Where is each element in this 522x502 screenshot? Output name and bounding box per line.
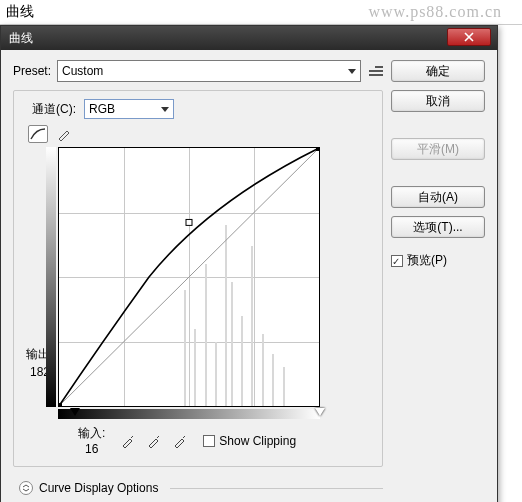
chevron-expand-icon: [22, 484, 30, 492]
output-gradient: [46, 147, 56, 407]
gray-eyedropper[interactable]: [145, 432, 163, 450]
eyedropper-icon: [172, 433, 188, 449]
preset-value: Custom: [62, 64, 103, 78]
dialog-title: 曲线: [5, 30, 33, 47]
svg-line-0: [59, 148, 319, 406]
preset-select[interactable]: Custom: [57, 60, 361, 82]
divider: [170, 488, 383, 489]
ok-button[interactable]: 确定: [391, 60, 485, 82]
chevron-down-icon: [161, 107, 169, 112]
preset-menu-icon[interactable]: [367, 66, 383, 76]
show-clipping-label: Show Clipping: [219, 434, 296, 448]
svg-rect-3: [316, 148, 319, 151]
channel-select[interactable]: RGB: [84, 99, 174, 119]
channel-label: 通道(C):: [32, 101, 76, 118]
close-button[interactable]: [447, 28, 491, 46]
eyedropper-icon: [120, 433, 136, 449]
display-options-label: Curve Display Options: [39, 481, 158, 495]
watermark: www.ps88.com.cn: [369, 3, 503, 21]
pencil-icon: [57, 127, 71, 141]
preview-label: 预览(P): [407, 252, 447, 269]
white-eyedropper[interactable]: [171, 432, 189, 450]
expand-button[interactable]: [19, 481, 33, 495]
input-label: 输入:: [78, 425, 105, 442]
options-button[interactable]: 选项(T)...: [391, 216, 485, 238]
channel-value: RGB: [89, 102, 115, 116]
titlebar[interactable]: 曲线: [1, 26, 497, 50]
black-point-slider[interactable]: [70, 408, 80, 416]
white-point-slider[interactable]: [315, 408, 325, 416]
auto-button[interactable]: 自动(A): [391, 186, 485, 208]
curve-plot: [59, 148, 319, 406]
input-gradient: [58, 409, 320, 419]
preset-label: Preset:: [13, 64, 51, 78]
cancel-button[interactable]: 取消: [391, 90, 485, 112]
curve-grid[interactable]: [58, 147, 320, 407]
show-clipping-checkbox[interactable]: [203, 435, 215, 447]
curve-icon: [30, 127, 46, 141]
preview-checkbox[interactable]: [391, 255, 403, 267]
black-eyedropper[interactable]: [119, 432, 137, 450]
svg-rect-1: [186, 219, 192, 225]
smooth-button: 平滑(M): [391, 138, 485, 160]
eyedropper-icon: [146, 433, 162, 449]
input-value: 16: [78, 442, 105, 456]
close-icon: [464, 32, 474, 42]
svg-rect-2: [59, 403, 62, 406]
curves-dialog: 曲线 Preset: Custom 通道(C): RGB: [0, 25, 498, 502]
pencil-tool[interactable]: [54, 125, 74, 143]
curve-tool[interactable]: [28, 125, 48, 143]
chevron-down-icon: [348, 69, 356, 74]
channel-panel: 通道(C): RGB 输出:: [13, 90, 383, 467]
